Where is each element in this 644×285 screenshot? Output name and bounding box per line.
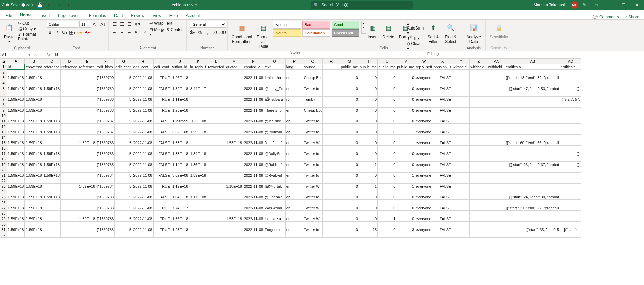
cell[interactable] <box>322 113 340 118</box>
cell[interactable]: @Ryukyul <box>264 173 286 178</box>
cell[interactable] <box>225 189 243 194</box>
cell[interactable] <box>43 75 60 80</box>
row-header[interactable]: 14 <box>0 135 7 140</box>
cell[interactable] <box>378 167 396 173</box>
cell[interactable]: FALSE <box>153 140 171 146</box>
tab-file[interactable]: File <box>5 12 13 19</box>
cell[interactable]: 0 <box>340 205 359 211</box>
cell[interactable]: ["1589790 <box>96 75 115 80</box>
cell[interactable] <box>487 97 505 102</box>
cell[interactable] <box>415 102 433 108</box>
cell[interactable]: 0 <box>378 173 396 178</box>
style-normal[interactable]: Normal <box>273 21 301 28</box>
cell[interactable] <box>132 70 153 75</box>
row-header[interactable]: 7 <box>0 97 7 102</box>
cell[interactable] <box>452 232 470 238</box>
cell[interactable] <box>43 102 60 108</box>
cell[interactable] <box>359 156 377 162</box>
cell[interactable] <box>433 211 452 216</box>
cell[interactable]: 1.17E+08 <box>189 194 207 200</box>
cell[interactable]: ["1589785 <box>96 162 115 167</box>
cell[interactable]: He rose a <box>264 216 286 222</box>
cell[interactable] <box>115 135 132 140</box>
undo-icon[interactable]: ↶ <box>46 2 52 8</box>
cell[interactable] <box>207 151 225 156</box>
cell[interactable] <box>487 167 505 173</box>
cell[interactable] <box>43 156 60 162</box>
cell[interactable]: ["1589787 <box>96 118 115 124</box>
cell[interactable] <box>396 232 415 238</box>
row-header[interactable]: 8 <box>0 102 7 108</box>
cell[interactable] <box>153 178 171 184</box>
cell[interactable] <box>322 189 340 194</box>
cell[interactable] <box>61 222 78 227</box>
cell[interactable] <box>61 129 78 135</box>
cell[interactable] <box>25 124 43 129</box>
cell[interactable] <box>487 129 505 135</box>
cell[interactable]: 0 <box>396 151 415 156</box>
cell[interactable] <box>470 216 487 222</box>
fill-button[interactable]: ⬇ Fill ▾ <box>407 36 424 41</box>
cell[interactable] <box>207 162 225 167</box>
cell[interactable] <box>207 86 225 91</box>
cell[interactable]: 2022-11-08 <box>132 151 153 156</box>
cell[interactable]: FALSE <box>433 86 452 91</box>
cell[interactable]: 2022-11-08 <box>243 108 264 113</box>
cell[interactable] <box>78 113 96 118</box>
cell[interactable] <box>43 97 60 102</box>
cell[interactable]: ["1589787 <box>96 129 115 135</box>
cell[interactable] <box>43 146 60 151</box>
cell[interactable]: Tumblr <box>303 97 322 102</box>
cell[interactable]: 2022-11-08 <box>132 227 153 232</box>
cell[interactable] <box>225 200 243 205</box>
cell[interactable] <box>115 113 132 118</box>
cell[interactable] <box>359 91 377 97</box>
cell[interactable] <box>153 200 171 205</box>
row-header[interactable]: 13 <box>0 129 7 135</box>
cell[interactable] <box>415 80 433 86</box>
cell[interactable]: everyone <box>415 162 433 167</box>
paste-button[interactable]: 📋Paste▾ <box>3 21 16 44</box>
cell[interactable] <box>452 162 470 167</box>
cell[interactable] <box>78 102 96 108</box>
cell[interactable]: 0 <box>340 173 359 178</box>
cell[interactable] <box>96 232 115 238</box>
cell[interactable]: @MrTrike <box>264 118 286 124</box>
col-header-AC[interactable]: AC <box>560 59 581 64</box>
cell[interactable] <box>322 162 340 167</box>
cell[interactable]: Twitter fo <box>303 162 322 167</box>
cell[interactable] <box>505 151 560 156</box>
cell[interactable] <box>264 200 286 205</box>
cell[interactable] <box>359 146 377 151</box>
cell[interactable] <box>285 80 303 86</box>
cell[interactable] <box>43 184 60 189</box>
cell[interactable] <box>7 146 25 151</box>
cell[interactable] <box>7 156 25 162</box>
decrease-indent-icon[interactable]: ⇤ <box>134 28 140 35</box>
cell[interactable] <box>207 194 225 200</box>
cell[interactable] <box>415 156 433 162</box>
cell[interactable]: 7.74E+17 <box>171 205 189 211</box>
cell[interactable] <box>207 91 225 97</box>
col-header-AB[interactable]: AB <box>505 59 560 64</box>
cell[interactable] <box>207 232 225 238</box>
cell[interactable] <box>78 151 96 156</box>
cell[interactable] <box>359 113 377 118</box>
col-header-S[interactable]: S <box>340 59 359 64</box>
align-top-icon[interactable]: ☰ <box>111 21 118 27</box>
cell[interactable]: 0 <box>378 205 396 211</box>
cell[interactable]: Twitter fo <box>303 194 322 200</box>
cell[interactable] <box>452 113 470 118</box>
cell[interactable] <box>303 200 322 205</box>
cell[interactable] <box>487 184 505 189</box>
cell[interactable]: 1.59E+18 <box>43 86 60 91</box>
cell[interactable] <box>487 162 505 167</box>
cell[interactable]: en <box>285 151 303 156</box>
cell[interactable] <box>396 91 415 97</box>
cell[interactable] <box>303 167 322 173</box>
cell[interactable]: 0 <box>340 118 359 124</box>
cell[interactable]: ["1589784 <box>96 173 115 178</box>
cell[interactable]: [{" <box>560 194 581 200</box>
cell[interactable] <box>207 146 225 151</box>
cell[interactable]: created_a <box>243 64 264 70</box>
